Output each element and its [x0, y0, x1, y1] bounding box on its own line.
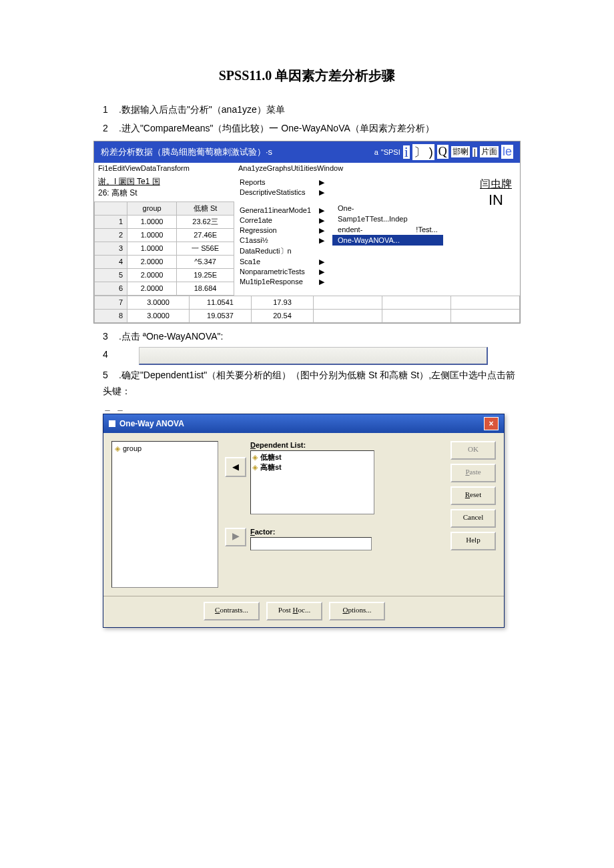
source-variable-list[interactable]: ◈group — [111, 441, 218, 588]
variable-icon: ◈ — [252, 453, 258, 462]
cell-indicator: 谢。I 圜国 Te1 国 26: 高糖 St — [94, 173, 234, 201]
dialog-icon — [109, 420, 115, 427]
spss-titlebar: 粉差分析数据（胰岛细胞葡萄糖刺激试验）·s a "SPSI i 〕 ) Q 邯喇… — [94, 141, 520, 163]
analyze-menu-open[interactable]: Reports▶ DescriptiveStatistics▶ Genera11… — [234, 173, 330, 296]
data-grid-wide[interactable]: 73.000011.054117.93 83.000019.053720.54 — [94, 296, 520, 323]
step-2: 2.进入"CompareMeans"（均值比较）一 One-WayANoVA（单… — [103, 121, 521, 137]
oneway-anova-menu-item[interactable]: One-WayANOVA... — [332, 235, 443, 246]
move-to-factor-button[interactable]: ▶ — [225, 528, 246, 546]
paste-button[interactable]: Paste — [450, 464, 496, 482]
factor-label: Factor: — [250, 528, 372, 536]
variable-icon: ◈ — [252, 463, 258, 472]
right-decoration: 闫虫牌 IN — [472, 173, 520, 296]
move-to-dependent-button[interactable]: ◀ — [225, 457, 246, 477]
step-4: 4 — [103, 347, 521, 365]
help-button[interactable]: Help — [450, 532, 496, 550]
options-button[interactable]: Options... — [329, 602, 385, 620]
oneway-anova-dialog: One-Way ANOVA × ◈group ◀ DDependent List… — [103, 414, 505, 628]
toolbar-strip-image — [139, 347, 488, 365]
dialog-titlebar: One-Way ANOVA × — [103, 414, 504, 433]
spss-menubar[interactable]: Fi1eEditViewDataTransform Ana1yzeGraphsU… — [94, 163, 520, 173]
compare-means-submenu[interactable]: One- Samp1eTTest...Indep endent-!Test...… — [332, 173, 443, 296]
posthoc-button[interactable]: Post Hoc... — [266, 602, 322, 620]
deco-char-i: i — [403, 145, 410, 159]
cancel-button[interactable]: Cancel — [450, 509, 496, 528]
step-1: 1.数据输入后点击"分析"（ana1yze）菜单 — [103, 102, 521, 118]
dependent-list[interactable]: ◈低糖st ◈高糖st — [250, 450, 374, 514]
dependent-list-label: DDependent List:ependent List: — [250, 441, 374, 449]
close-icon[interactable]: × — [484, 417, 499, 430]
dialog-preline: ⸺ ⸺ — [104, 406, 521, 414]
reset-button[interactable]: Reset — [450, 486, 496, 505]
spss-window: 粉差分析数据（胰岛细胞葡萄糖刺激试验）·s a "SPSI i 〕 ) Q 邯喇… — [93, 141, 521, 324]
page-title: SPSS11.0 单因素方差分析步骤 — [93, 67, 521, 85]
ok-button[interactable]: OK — [450, 441, 496, 460]
data-grid[interactable]: group低糖 St 11.000023.62三 21.000027.46E 3… — [94, 201, 234, 296]
step-5: 5.确定"Dependent1ist"（相关要分析的组）（图中分别为低糖 St … — [103, 368, 521, 400]
step-3: 3.点击 ªOne-WayANOVA": — [103, 329, 521, 345]
factor-input[interactable] — [250, 537, 372, 550]
variable-icon: ◈ — [115, 444, 120, 453]
contrasts-button[interactable]: Contrasts... — [204, 602, 260, 620]
